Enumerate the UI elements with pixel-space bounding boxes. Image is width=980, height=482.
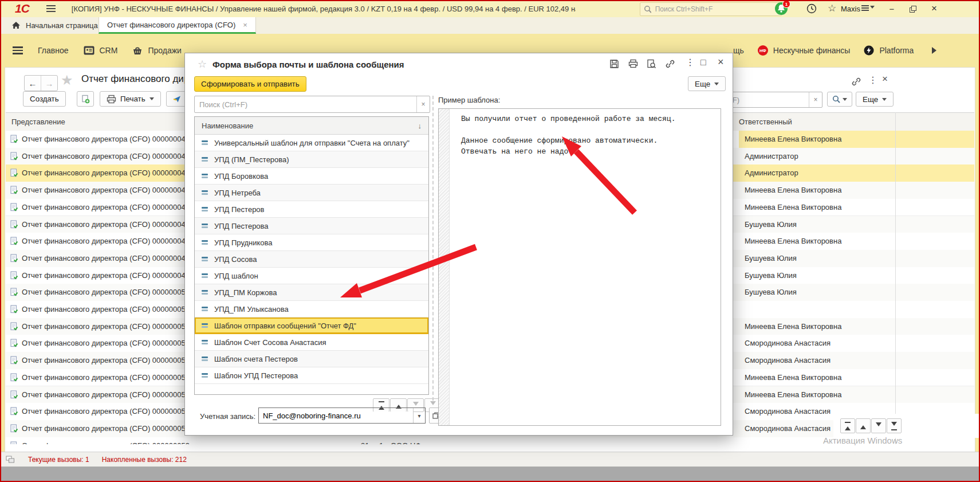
account-dropdown-icon[interactable]: ▾: [413, 408, 425, 423]
go-first-button[interactable]: [840, 418, 855, 433]
template-item[interactable]: УПД Пестерова: [195, 218, 428, 234]
history-icon[interactable]: [806, 3, 817, 15]
close-window-button[interactable]: ×: [927, 3, 942, 14]
tab-cfo-report[interactable]: Отчет финансового директора (CFO) ×: [99, 17, 256, 34]
template-item[interactable]: УПД_ПМ Коржова: [195, 284, 428, 301]
close-form-icon[interactable]: ×: [882, 73, 888, 85]
go-last-button[interactable]: [887, 418, 902, 433]
template-item[interactable]: УПД Прудникова: [195, 234, 428, 251]
template-item[interactable]: УПД Сосова: [195, 251, 428, 268]
preview-icon[interactable]: [647, 59, 656, 70]
copy-button[interactable]: [77, 91, 94, 107]
row-presentation: Отчет финансового директора (CFO) 000000…: [22, 254, 190, 262]
section-main[interactable]: Главное: [38, 46, 69, 55]
find-button[interactable]: [827, 92, 852, 107]
maximize-dialog-icon[interactable]: □: [700, 57, 706, 68]
link-icon[interactable]: [665, 59, 675, 70]
app-window: 1С [КОПИЯ] УНФ - НЕСКУЧНЫЕ ФИНАНСЫ / Упр…: [0, 0, 980, 482]
template-name: УПД Боровкова: [214, 172, 268, 181]
template-icon: [202, 307, 208, 311]
template-item[interactable]: УПД Пестеров: [195, 201, 428, 218]
close-dialog-icon[interactable]: ×: [718, 56, 724, 68]
row-presentation: Отчет финансового директора (CFO) 000000…: [22, 168, 190, 177]
template-item[interactable]: УПД (ПМ_Пестерова): [195, 151, 428, 168]
template-item[interactable]: Шаблон счета Пестеров: [195, 351, 428, 367]
template-item-selected[interactable]: Шаблон отправки сообщений "Отчет ФД": [195, 318, 428, 334]
get-link-icon[interactable]: [851, 77, 861, 88]
row-presentation: Отчет финансового директора (CFO) 000000…: [22, 441, 190, 444]
template-item[interactable]: УПД_ПМ Улыксанова: [195, 301, 428, 318]
main-menu-icon[interactable]: [46, 5, 56, 12]
sort-descending-icon[interactable]: ↓: [418, 122, 422, 130]
form-menu-icon[interactable]: ⋮: [868, 75, 877, 85]
sections-menu-icon[interactable]: [13, 46, 23, 54]
account-field[interactable]: ▾: [258, 407, 426, 424]
document-posted-icon: [10, 168, 18, 179]
sections-overflow-icon[interactable]: [932, 47, 940, 54]
dialog-favorite-star-icon[interactable]: ☆: [198, 58, 207, 70]
favorites-star-icon[interactable]: ☆: [828, 2, 836, 14]
minimize-button[interactable]: −: [884, 3, 899, 14]
clear-search-icon[interactable]: ×: [416, 96, 430, 112]
column-responsible[interactable]: Ответственный: [739, 117, 792, 126]
template-item[interactable]: УПД шаблон: [195, 268, 428, 284]
copy-icon: [81, 95, 90, 104]
dialog-menu-icon[interactable]: ⋮: [686, 57, 695, 68]
account-input[interactable]: [259, 412, 413, 420]
row-presentation: Отчет финансового директора (CFO) 000000…: [22, 203, 190, 211]
notification-badge: 1: [782, 0, 790, 8]
template-item[interactable]: Универсальный шаблон для отправки "Счета…: [195, 135, 428, 151]
dialog-more-button[interactable]: Еще: [688, 76, 726, 91]
tab-home[interactable]: Начальная страница: [3, 17, 106, 33]
forward-button[interactable]: →: [41, 76, 57, 91]
template-name: Универсальный шаблон для отправки "Счета…: [214, 139, 410, 147]
template-search-input[interactable]: [195, 100, 416, 109]
global-search-input[interactable]: [654, 5, 778, 14]
global-search-field[interactable]: [640, 2, 782, 16]
section-noboring-finance[interactable]: НФ Нескучные финансы: [758, 45, 851, 56]
page-down-button[interactable]: [871, 418, 886, 433]
row-responsible-cell: Минеева Елена Викторовна: [739, 199, 974, 216]
tab-close-icon[interactable]: ×: [243, 21, 247, 29]
user-name[interactable]: Maxis: [841, 5, 860, 13]
page-up-button[interactable]: [856, 418, 871, 433]
service-menu-icon[interactable]: [861, 5, 875, 11]
more-label: Еще: [863, 95, 878, 104]
template-list: Наименование ↓ Универсальный шаблон для …: [194, 116, 429, 395]
row-presentation: Отчет финансового директора (CFO) 000000…: [22, 407, 190, 416]
notifications-bell-icon[interactable]: 1: [774, 2, 788, 15]
template-item[interactable]: Шаблон Счет Сосова Анастасия: [195, 334, 428, 351]
template-item[interactable]: УПД Боровкова: [195, 168, 428, 185]
more-button[interactable]: Еще: [856, 92, 894, 107]
template-name: УПД Пестеров: [214, 205, 265, 214]
template-item[interactable]: Шаблон УПД Пестерова: [195, 367, 428, 384]
template-icon: [202, 190, 208, 195]
back-button[interactable]: ←: [25, 76, 41, 91]
favorite-star-icon[interactable]: ★: [61, 72, 73, 88]
section-crm[interactable]: CRM: [84, 46, 118, 55]
template-item[interactable]: УПД Нетреба: [195, 185, 428, 201]
section-sales[interactable]: Продажи: [132, 46, 181, 55]
template-name: УПД Сосова: [214, 255, 257, 264]
row-responsible-cell: Бушуева Юлия: [739, 284, 974, 301]
clear-search-icon[interactable]: ×: [809, 92, 822, 107]
create-button[interactable]: Создать: [23, 91, 66, 107]
template-list-header[interactable]: Наименование ↓: [195, 117, 428, 135]
section-platforma[interactable]: Platforma: [864, 45, 914, 56]
print-icon[interactable]: [628, 59, 638, 70]
column-presentation[interactable]: Представление: [11, 117, 65, 126]
template-example-label: Пример шаблона:: [438, 96, 500, 104]
template-name: УПД Нетреба: [214, 189, 261, 197]
save-icon[interactable]: [609, 59, 619, 70]
template-search-field[interactable]: ×: [194, 96, 430, 113]
dialog-title: Форма выбора почты и шаблона сообщения: [212, 60, 404, 69]
row-responsible-cell: Смородинова Анастасия: [739, 335, 974, 352]
generate-and-send-button[interactable]: Сформировать и отправить: [194, 76, 306, 92]
restore-button[interactable]: [905, 3, 920, 14]
accumulated-calls: Накопленные вызовы: 212: [102, 456, 187, 464]
panel-splitter[interactable]: [432, 96, 434, 401]
print-button[interactable]: Печать: [100, 91, 161, 107]
document-posted-icon: [10, 152, 18, 162]
row-responsible-cell: Минеева Елена Викторовна: [739, 369, 974, 386]
account-label: Учетная запись:: [200, 412, 255, 421]
